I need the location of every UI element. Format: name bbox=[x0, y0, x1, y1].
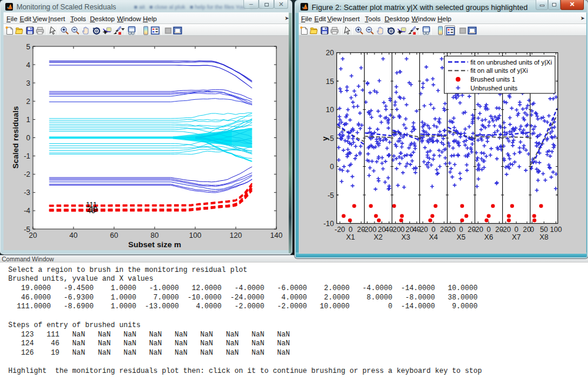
svg-text:-20: -20 bbox=[473, 225, 483, 234]
svg-text:40: 40 bbox=[69, 231, 78, 240]
svg-text:X4: X4 bbox=[429, 233, 437, 241]
svg-text:-3: -3 bbox=[24, 188, 30, 197]
svg-text:0: 0 bbox=[26, 134, 31, 142]
svg-text:10: 10 bbox=[326, 106, 334, 114]
svg-text:X3: X3 bbox=[401, 233, 410, 241]
svg-text:0: 0 bbox=[349, 225, 353, 234]
svg-text:140: 140 bbox=[270, 231, 283, 240]
svg-text:15: 15 bbox=[326, 78, 334, 86]
svg-text:80: 80 bbox=[151, 231, 159, 240]
svg-text:-4: -4 bbox=[24, 207, 30, 215]
svg-text:0: 0 bbox=[400, 225, 405, 234]
svg-text:-20: -20 bbox=[335, 225, 345, 234]
svg-text:X7: X7 bbox=[512, 233, 520, 241]
svg-text:Subset size m: Subset size m bbox=[128, 240, 181, 249]
svg-text:0: 0 bbox=[487, 225, 491, 234]
svg-text:-5: -5 bbox=[328, 191, 334, 200]
svg-text:3: 3 bbox=[26, 79, 31, 87]
svg-text:Scaled residuals: Scaled residuals bbox=[11, 106, 20, 169]
svg-text:X5: X5 bbox=[456, 233, 465, 241]
svg-text:-20: -20 bbox=[417, 225, 428, 234]
svg-text:100: 100 bbox=[550, 225, 562, 234]
svg-text:5: 5 bbox=[330, 134, 334, 143]
svg-text:1: 1 bbox=[26, 116, 31, 124]
svg-text:4: 4 bbox=[26, 61, 31, 69]
svg-text:50: 50 bbox=[540, 225, 548, 234]
svg-text:-2: -2 bbox=[24, 170, 30, 179]
svg-text:0: 0 bbox=[530, 225, 534, 234]
svg-text:0: 0 bbox=[330, 163, 334, 171]
svg-text:20: 20 bbox=[326, 49, 334, 57]
svg-text:X2: X2 bbox=[373, 233, 382, 241]
svg-text:100: 100 bbox=[189, 231, 202, 240]
svg-text:2: 2 bbox=[26, 97, 31, 106]
svg-text:-1: -1 bbox=[24, 152, 30, 160]
svg-text:5: 5 bbox=[26, 43, 31, 51]
svg-text:fit on all units of y|Xi: fit on all units of y|Xi bbox=[470, 67, 528, 74]
svg-text:-20: -20 bbox=[362, 225, 373, 234]
svg-text:-10: -10 bbox=[323, 220, 334, 228]
svg-text:-20: -20 bbox=[390, 225, 401, 234]
svg-text:X6: X6 bbox=[484, 233, 493, 241]
svg-text:y: y bbox=[320, 136, 329, 141]
svg-text:-5: -5 bbox=[24, 225, 30, 234]
svg-text:Unbrushed units: Unbrushed units bbox=[470, 85, 518, 92]
svg-text:120: 120 bbox=[230, 231, 242, 240]
svg-text:X1: X1 bbox=[346, 233, 355, 241]
svg-text:60: 60 bbox=[110, 231, 118, 240]
svg-text:-20: -20 bbox=[500, 225, 511, 234]
svg-text:fit on unbrushed units of y|Xi: fit on unbrushed units of y|Xi bbox=[470, 59, 552, 66]
svg-text:0: 0 bbox=[459, 225, 463, 234]
svg-text:Brushed units 1: Brushed units 1 bbox=[470, 76, 515, 83]
svg-text:46: 46 bbox=[87, 207, 95, 215]
svg-text:0: 0 bbox=[514, 225, 519, 234]
svg-text:-20: -20 bbox=[445, 225, 456, 234]
svg-text:0: 0 bbox=[432, 225, 436, 234]
svg-text:0: 0 bbox=[372, 225, 376, 234]
svg-text:X8: X8 bbox=[539, 233, 548, 241]
